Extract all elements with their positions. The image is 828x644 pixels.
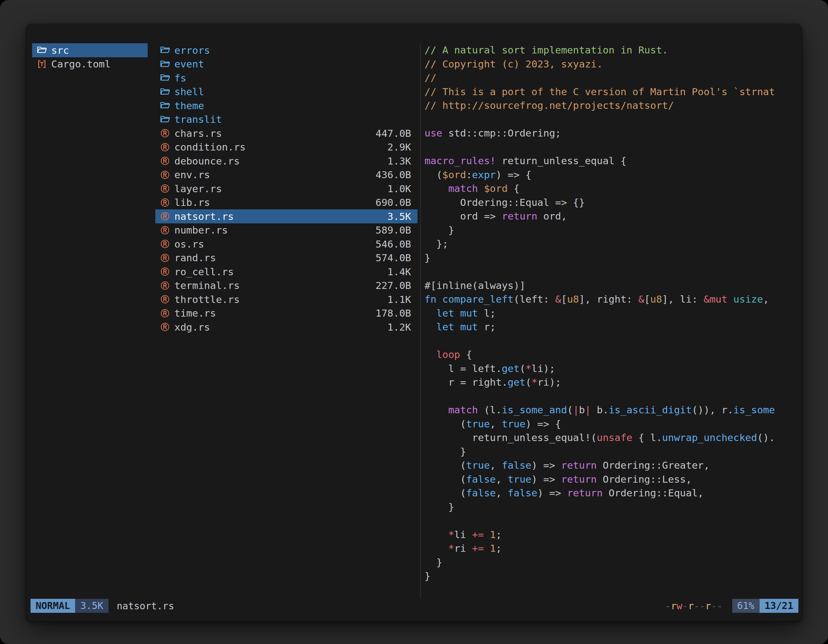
code-line: (false, false) => return Ordering::Equal… bbox=[425, 486, 801, 500]
folder-icon bbox=[160, 45, 170, 55]
dir-row[interactable]: translit bbox=[155, 113, 417, 127]
file-row[interactable]: condition.rs2.9K bbox=[155, 140, 417, 154]
file-size: 227.0B bbox=[375, 280, 411, 291]
file-name: theme bbox=[174, 100, 411, 111]
folder-icon bbox=[37, 45, 47, 55]
file-name: shell bbox=[174, 86, 411, 97]
dir-row[interactable]: fs bbox=[155, 71, 417, 85]
file-name: src bbox=[51, 45, 141, 56]
file-size: 546.0B bbox=[375, 238, 411, 250]
mode-badge: NORMAL bbox=[31, 599, 75, 613]
file-size: 1.3K bbox=[387, 155, 411, 167]
file-row[interactable]: layer.rs1.0K bbox=[155, 182, 417, 196]
file-name: rand.rs bbox=[174, 252, 372, 263]
folder-icon bbox=[160, 86, 170, 97]
file-row[interactable]: chars.rs447.0B bbox=[155, 126, 417, 140]
dir-row[interactable]: shell bbox=[155, 85, 417, 99]
code-line bbox=[425, 265, 801, 279]
file-row[interactable]: os.rs546.0B bbox=[155, 237, 417, 251]
rust-icon bbox=[160, 266, 170, 277]
dir-row[interactable]: src bbox=[32, 43, 147, 57]
file-row[interactable]: number.rs589.0B bbox=[155, 223, 417, 237]
code-line: } bbox=[425, 223, 801, 237]
file-name: condition.rs bbox=[174, 141, 383, 153]
file-size: 2.9K bbox=[387, 141, 411, 153]
code-line: ($ord:expr) => { bbox=[425, 168, 801, 182]
code-line bbox=[425, 113, 801, 127]
file-name: env.rs bbox=[174, 169, 372, 180]
code-line: l = left.get(*li); bbox=[425, 362, 801, 376]
code-line: let mut l; bbox=[425, 306, 801, 320]
code-line: r = right.get(*ri); bbox=[425, 376, 801, 389]
rust-icon bbox=[160, 322, 170, 332]
cursor-position-badge: 13/21 bbox=[760, 599, 798, 613]
dir-row[interactable]: errors bbox=[155, 43, 417, 57]
code-line: (true, false) => return Ordering::Greate… bbox=[425, 459, 801, 473]
code-line: return_unless_equal!(unsafe { l.unwrap_u… bbox=[425, 431, 801, 445]
file-name: layer.rs bbox=[174, 183, 383, 194]
file-size: 1.4K bbox=[387, 266, 411, 277]
permissions-text: -rw-r--r-- bbox=[665, 600, 723, 611]
dir-row[interactable]: theme bbox=[155, 99, 417, 113]
file-name: fs bbox=[174, 72, 411, 84]
code-line: } bbox=[425, 445, 801, 459]
code-line: // A natural sort implementation in Rust… bbox=[425, 43, 801, 57]
terminal-window: srcCargo.toml errorseventfsshellthemetra… bbox=[26, 24, 802, 621]
file-name: lib.rs bbox=[174, 197, 372, 208]
pane-separator bbox=[420, 43, 421, 599]
file-name: os.rs bbox=[174, 238, 372, 250]
file-row[interactable]: ro_cell.rs1.4K bbox=[155, 265, 417, 279]
rust-icon bbox=[160, 183, 170, 194]
file-name: throttle.rs bbox=[174, 294, 383, 305]
rust-icon bbox=[160, 169, 170, 180]
status-filename: natsort.rs bbox=[117, 600, 174, 611]
file-name: chars.rs bbox=[174, 128, 372, 139]
scroll-percent-badge: 61% bbox=[732, 599, 760, 613]
rust-icon bbox=[160, 225, 170, 235]
code-line: Ordering::Equal => {} bbox=[425, 196, 801, 210]
file-row[interactable]: time.rs178.0B bbox=[155, 306, 417, 320]
code-line: (false, true) => return Ordering::Less, bbox=[425, 473, 801, 486]
file-size: 1.1K bbox=[387, 294, 411, 305]
code-line: ord => return ord, bbox=[425, 209, 801, 223]
file-row[interactable]: env.rs436.0B bbox=[155, 168, 417, 182]
file-row[interactable]: Cargo.toml bbox=[32, 57, 147, 71]
rust-icon bbox=[160, 308, 170, 318]
status-bar: NORMAL 3.5K natsort.rs -rw-r--r-- 61% 13… bbox=[27, 599, 801, 613]
code-line: } bbox=[425, 500, 801, 514]
file-row[interactable]: rand.rs574.0B bbox=[155, 251, 417, 265]
file-size: 178.0B bbox=[375, 307, 411, 319]
file-row[interactable]: terminal.rs227.0B bbox=[155, 279, 417, 293]
code-line: // http://sourcefrog.net/projects/natsor… bbox=[425, 99, 801, 113]
size-badge: 3.5K bbox=[75, 599, 108, 613]
file-size: 1.2K bbox=[387, 321, 411, 333]
file-name: terminal.rs bbox=[174, 280, 372, 291]
file-name: Cargo.toml bbox=[51, 58, 141, 70]
code-line: match (l.is_some_and(|b| b.is_ascii_digi… bbox=[425, 403, 801, 417]
rust-icon bbox=[160, 253, 170, 263]
rust-icon bbox=[160, 294, 170, 304]
code-line: use std::cmp::Ordering; bbox=[425, 126, 801, 140]
file-row[interactable]: natsort.rs3.5K bbox=[155, 209, 417, 223]
file-size: 574.0B bbox=[375, 252, 411, 263]
rust-icon bbox=[160, 197, 170, 208]
current-pane: errorseventfsshellthemetranslitchars.rs4… bbox=[155, 43, 417, 599]
file-row[interactable]: xdg.rs1.2K bbox=[155, 320, 417, 334]
desktop-background: srcCargo.toml errorseventfsshellthemetra… bbox=[0, 0, 828, 644]
file-size: 1.0K bbox=[387, 183, 411, 194]
file-row[interactable]: debounce.rs1.3K bbox=[155, 154, 417, 168]
rust-icon bbox=[160, 239, 170, 249]
folder-icon bbox=[160, 72, 170, 83]
code-line: } bbox=[425, 556, 801, 570]
file-name: errors bbox=[174, 45, 411, 56]
code-line: // bbox=[425, 71, 801, 85]
rust-icon bbox=[160, 128, 170, 138]
code-line bbox=[425, 334, 801, 348]
folder-icon bbox=[160, 59, 170, 69]
file-row[interactable]: throttle.rs1.1K bbox=[155, 292, 417, 306]
file-row[interactable]: lib.rs690.0B bbox=[155, 196, 417, 210]
file-name: event bbox=[174, 58, 411, 70]
code-line: match $ord { bbox=[425, 182, 801, 196]
dir-row[interactable]: event bbox=[155, 57, 417, 71]
file-name: time.rs bbox=[174, 307, 372, 319]
